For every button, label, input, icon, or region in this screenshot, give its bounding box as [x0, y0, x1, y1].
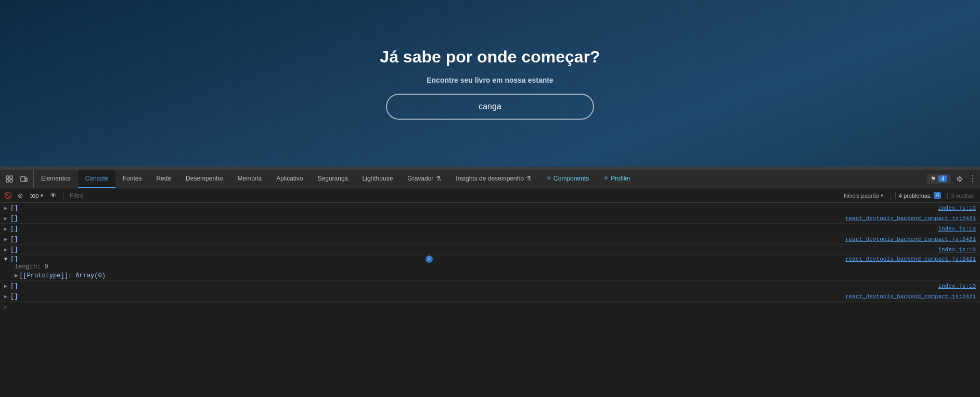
tab-fontes[interactable]: Fontes: [115, 170, 149, 188]
problems-label: 4 problemas:: [899, 193, 932, 199]
tab-aplicativo[interactable]: Aplicativo: [269, 170, 310, 188]
levels-selector[interactable]: Níveis padrão ▾: [841, 191, 886, 200]
console-file-6[interactable]: react_devtools_backend_compact.js:2421: [845, 256, 980, 262]
settings-gear-icon[interactable]: ⚙: [953, 173, 965, 185]
react-icon-profiler: ⚛: [603, 175, 609, 182]
tab-lighthouse[interactable]: Lighthouse: [355, 170, 401, 188]
console-row-7: ▶ [] index.js:10: [0, 281, 980, 291]
devtools-tabs-bar: Elementos Console Fontes Rede Desempenho…: [0, 170, 980, 188]
expand-icon-2[interactable]: ▶: [0, 215, 9, 222]
console-row-6: ▼ [] i react_devtools_backend_compact.js…: [0, 255, 980, 281]
detail-prototype[interactable]: ▶ [[Prototype]]: Array(0): [15, 271, 106, 280]
console-file-1[interactable]: index.js:10: [938, 205, 980, 211]
badge-number: 4: [938, 175, 947, 182]
context-selector[interactable]: top ▾: [28, 191, 45, 200]
expand-icon-5[interactable]: ▶: [0, 247, 9, 253]
badge-icon: ⚑: [931, 175, 936, 183]
svg-rect-0: [6, 176, 9, 178]
console-row-6-main: ▼ [] i react_devtools_backend_compact.js…: [0, 255, 980, 263]
svg-rect-1: [10, 176, 12, 178]
tab-profiler[interactable]: ⚛ Profiler: [596, 170, 638, 188]
detail-length: length: 0: [15, 263, 106, 271]
console-row-6-details: length: 0 ▶ [[Prototype]]: Array(0): [0, 263, 106, 280]
svg-rect-4: [21, 176, 25, 182]
expand-icon-7[interactable]: ▶: [0, 283, 9, 289]
insights-icon: ⚗: [526, 175, 532, 182]
devtools-panel: Elementos Console Fontes Rede Desempenho…: [0, 170, 980, 397]
svg-rect-3: [10, 180, 12, 182]
console-output: ▶ [] index.js:10 ▶ [] react_devtools_bac…: [0, 203, 980, 397]
tabs-right-group: ⚑ 4 ⚙ ⋮: [926, 173, 980, 185]
devtools-tab-list: Elementos Console Fontes Rede Desempenho…: [34, 170, 638, 188]
expand-icon-4[interactable]: ▶: [0, 236, 9, 242]
eye-icon[interactable]: 👁: [48, 190, 59, 201]
levels-label: Níveis padrão: [844, 193, 879, 199]
react-icon-components: ⚛: [546, 175, 551, 182]
console-row-5: ▶ [] index.js:10: [0, 245, 980, 255]
console-value-5: []: [9, 246, 938, 253]
console-row-2: ▶ [] react_devtools_backend_compact.js:2…: [0, 213, 980, 224]
console-file-3[interactable]: index.js:10: [938, 226, 980, 232]
tab-gravador[interactable]: Gravador ⚗: [400, 170, 448, 188]
console-value-3: []: [9, 225, 938, 233]
problems-count: 4: [934, 192, 941, 199]
page-hero: Já sabe por onde começar? Encontre seu l…: [0, 0, 980, 167]
filter-icon[interactable]: ⊘: [16, 191, 25, 200]
tab-seguranca[interactable]: Segurança: [311, 170, 355, 188]
hidden-label: 3 ocultas: [951, 193, 974, 199]
console-value-4: []: [9, 236, 845, 243]
more-options-icon[interactable]: ⋮: [968, 173, 978, 185]
levels-arrow: ▾: [881, 193, 883, 198]
divider-2: [891, 191, 891, 200]
device-toggle-icon[interactable]: [18, 173, 30, 185]
console-row-4: ▶ [] react_devtools_backend_compact.js:2…: [0, 234, 980, 245]
info-badge-6: i: [425, 255, 433, 263]
console-row-3: ▶ [] index.js:10: [0, 224, 980, 234]
console-value-7: []: [9, 283, 938, 290]
console-file-4[interactable]: react_devtools_backend_compact.js:2421: [845, 236, 980, 242]
expand-icon-1[interactable]: ▶: [0, 205, 9, 211]
gravador-icon: ⚗: [435, 175, 441, 182]
console-file-5[interactable]: index.js:10: [938, 247, 980, 253]
context-dropdown-arrow: ▾: [41, 193, 43, 198]
page-title: Já sabe por onde começar?: [380, 47, 600, 67]
badge-count-button[interactable]: ⚑ 4: [926, 174, 951, 184]
svg-rect-2: [6, 180, 9, 182]
divider: [63, 191, 63, 200]
console-file-7[interactable]: index.js:10: [938, 283, 980, 289]
hidden-badge: 3 ocultas: [947, 193, 977, 199]
console-row-1: ▶ [] index.js:10: [0, 203, 980, 213]
console-value-6: []: [9, 255, 423, 263]
expand-icon-3[interactable]: ▶: [0, 226, 9, 232]
tab-memoria[interactable]: Memória: [230, 170, 269, 188]
expand-icon-6[interactable]: ▼: [0, 257, 9, 262]
page-subtitle: Encontre seu livro em nossa estante: [427, 76, 553, 84]
context-label: top: [30, 192, 39, 199]
console-file-2[interactable]: react_devtools_backend_compact.js:2421: [845, 215, 980, 222]
tab-desempenho[interactable]: Desempenho: [178, 170, 230, 188]
prompt-arrow-icon: ›: [3, 304, 7, 311]
console-value-2: []: [9, 215, 845, 222]
tab-insights[interactable]: Insights de desempenho ⚗: [448, 170, 539, 188]
console-value-8: []: [9, 293, 845, 300]
console-toolbar: 🚫 ⊘ top ▾ 👁 Níveis padrão ▾ 4 problemas:…: [0, 188, 980, 203]
clear-console-icon[interactable]: 🚫: [3, 191, 12, 200]
tab-components[interactable]: ⚛ Components: [539, 170, 596, 188]
tab-elementos[interactable]: Elementos: [34, 170, 78, 188]
filter-input[interactable]: [68, 192, 837, 199]
console-prompt[interactable]: ›: [0, 302, 980, 313]
search-input[interactable]: [386, 94, 594, 120]
console-row-8: ▶ [] react_devtools_backend_compact.js:2…: [0, 291, 980, 302]
inspect-icon[interactable]: [3, 173, 16, 185]
tab-console[interactable]: Console: [78, 170, 115, 188]
tab-rede[interactable]: Rede: [149, 170, 178, 188]
expand-icon-8[interactable]: ▶: [0, 293, 9, 300]
problems-badge[interactable]: 4 problemas: 4: [895, 192, 944, 199]
devtools-icon-group: [0, 170, 34, 188]
svg-rect-5: [25, 178, 27, 182]
console-value-1: []: [9, 204, 938, 212]
console-file-8[interactable]: react_devtools_backend_compact.js:2421: [845, 293, 980, 300]
